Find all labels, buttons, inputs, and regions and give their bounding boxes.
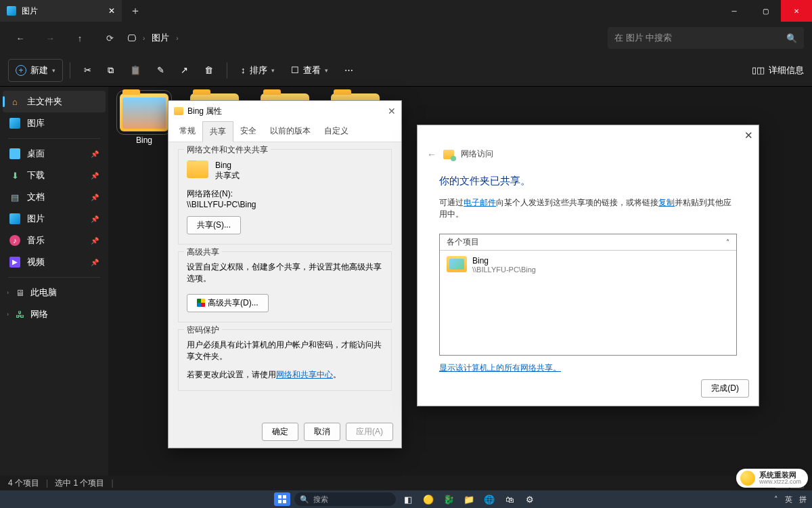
list-header-label: 各个项目 [447, 236, 479, 248]
tray-chevron-icon[interactable]: ˄ [774, 495, 778, 504]
divider: | [46, 478, 48, 488]
advanced-sharing-button[interactable]: 高级共享(D)... [187, 294, 269, 312]
pc-icon: 🖥 [14, 287, 25, 298]
cancel-button[interactable]: 取消 [304, 423, 340, 441]
close-button[interactable]: ✕ [781, 0, 812, 22]
dialog-titlebar[interactable]: ✕ [418, 125, 759, 146]
sidebar-item-downloads[interactable]: ⬇下载📌 [3, 165, 106, 186]
taskbar-edge[interactable]: 🌐 [481, 492, 497, 506]
copy-link[interactable]: 复制 [658, 198, 675, 207]
search-input[interactable]: 在 图片 中搜索 🔍 [608, 27, 804, 49]
ime-indicator[interactable]: 英 [785, 494, 792, 505]
tab-bar: 常规 共享 安全 以前的版本 自定义 [168, 121, 401, 142]
sidebar-item-home[interactable]: ⌂主文件夹 [3, 91, 106, 112]
dialog-header-title: 网络访问 [461, 148, 493, 160]
new-button[interactable]: + 新建 ▾ [8, 59, 63, 82]
list-header[interactable]: 各个项目 ˄ [440, 234, 736, 251]
sidebar-item-desktop[interactable]: 桌面📌 [3, 143, 106, 165]
pin-icon: 📌 [91, 172, 99, 179]
close-icon[interactable]: ✕ [744, 129, 753, 142]
status-bar: 4 个项目 | 选中 1 个项目 | ≡ ▦ [0, 475, 812, 490]
sidebar-item-videos[interactable]: ▶视频📌 [3, 251, 106, 273]
ime-indicator[interactable]: 拼 [799, 494, 807, 505]
sidebar-item-label: 视频 [27, 256, 45, 268]
start-button[interactable] [274, 492, 290, 506]
network-center-link[interactable]: 网络和共享中心 [276, 370, 333, 379]
maximize-button[interactable]: ▢ [750, 0, 781, 22]
refresh-button[interactable]: ⟳ [97, 26, 122, 50]
delete-button[interactable]: 🗑 [198, 59, 220, 82]
item-name: Bing [472, 256, 536, 266]
group-password-protection: 密码保护 用户必须具有此计算机的用户帐户和密码，才能访问共享文件夹。 若要更改此… [178, 329, 392, 391]
view-icon: ☐ [291, 65, 299, 75]
done-button[interactable]: 完成(D) [701, 379, 749, 398]
sidebar-item-documents[interactable]: ▤文档📌 [3, 186, 106, 208]
svg-rect-2 [278, 500, 281, 503]
taskbar-settings[interactable]: ⚙ [522, 492, 538, 506]
tab-security[interactable]: 安全 [233, 121, 263, 142]
dialog-titlebar[interactable]: Bing 属性 ✕ [168, 101, 401, 121]
forward-button[interactable]: → [38, 26, 62, 50]
group-title: 密码保护 [184, 324, 222, 336]
breadcrumb[interactable]: 🖵 › 图片 › [127, 32, 179, 44]
rename-button[interactable]: ✎ [150, 59, 171, 82]
sidebar-item-label: 音乐 [27, 234, 45, 247]
sort-button[interactable]: ↕ 排序 ▾ [234, 59, 281, 82]
taskbar-explorer[interactable]: 📁 [461, 492, 477, 506]
back-button[interactable]: ← [8, 26, 32, 50]
minimize-button[interactable]: ─ [719, 0, 750, 22]
folder-item-bing[interactable]: Bing [115, 93, 173, 145]
apply-button[interactable]: 应用(A) [346, 423, 393, 441]
chevron-up-icon: ˄ [726, 238, 729, 246]
shared-folder-status: 共享式 [187, 170, 383, 182]
video-icon: ▶ [9, 257, 20, 268]
details-pane-button[interactable]: ▯◫ 详细信息 [752, 64, 804, 77]
sidebar-item-gallery[interactable]: 图库 [3, 112, 106, 134]
breadcrumb-item[interactable]: 图片 [152, 32, 169, 44]
navigation-pane: ⌂主文件夹 图库 桌面📌 ⬇下载📌 ▤文档📌 图片📌 ♪音乐📌 ▶视频📌 ›🖥此… [0, 87, 108, 478]
copy-button[interactable]: ⧉ [101, 59, 120, 82]
taskbar-app[interactable]: 🐉 [441, 492, 457, 506]
password-info-line2: 若要更改此设置，请使用网络和共享中心。 [187, 369, 383, 381]
svg-rect-0 [278, 495, 281, 499]
taskbar-app[interactable]: 🟡 [420, 492, 436, 506]
dialog-footer: 确定 取消 应用(A) [262, 423, 393, 441]
task-view-button[interactable]: ◧ [400, 492, 416, 506]
sidebar-item-pc[interactable]: ›🖥此电脑 [3, 282, 106, 303]
sidebar-item-pictures[interactable]: 图片📌 [3, 208, 106, 230]
close-icon[interactable]: ✕ [388, 106, 396, 117]
search-label: 搜索 [313, 494, 328, 505]
share-button[interactable]: ↗ [174, 59, 195, 82]
tab-previous-versions[interactable]: 以前的版本 [263, 121, 317, 142]
tab-sharing[interactable]: 共享 [202, 121, 233, 142]
watermark-icon [740, 471, 755, 486]
more-button[interactable]: ⋯ [338, 59, 360, 82]
list-item-text: Bing \\BILLYFU-PC\Bing [472, 256, 536, 274]
email-link[interactable]: 电子邮件 [464, 198, 496, 207]
explorer-tab[interactable]: 图片 ✕ [0, 0, 122, 22]
scissors-icon: ✂ [84, 65, 91, 75]
cut-button[interactable]: ✂ [77, 59, 98, 82]
folder-icon [120, 93, 168, 131]
list-item[interactable]: Bing \\BILLYFU-PC\Bing [440, 251, 736, 279]
taskbar-search[interactable]: 🔍搜索 [294, 492, 396, 506]
divider [8, 138, 100, 139]
view-button[interactable]: ☐ 查看 ▾ [284, 59, 335, 82]
new-tab-button[interactable]: ＋ [122, 4, 149, 18]
up-button[interactable]: ↑ [68, 26, 92, 50]
tab-general[interactable]: 常规 [173, 121, 202, 142]
taskbar-store[interactable]: 🛍 [501, 492, 518, 506]
ok-button[interactable]: 确定 [262, 423, 298, 441]
paste-button[interactable]: 📋 [123, 59, 148, 82]
back-icon[interactable]: ← [427, 149, 436, 160]
dialog-body: 网络文件和文件夹共享 Bing 共享式 网络路径(N): \\BILLYFU-P… [168, 142, 401, 404]
chevron-down-icon: ▾ [271, 67, 275, 74]
tab-customize[interactable]: 自定义 [317, 121, 355, 142]
sidebar-item-music[interactable]: ♪音乐📌 [3, 230, 106, 251]
close-tab-icon[interactable]: ✕ [108, 6, 115, 16]
system-tray[interactable]: ˄ 英 拼 [774, 494, 807, 505]
sidebar-item-network[interactable]: ›🖧网络 [3, 303, 106, 325]
taskbar: 🔍搜索 ◧ 🟡 🐉 📁 🌐 🛍 ⚙ ˄ 英 拼 [0, 490, 812, 508]
share-button[interactable]: 共享(S)... [187, 216, 241, 234]
show-all-shares-link[interactable]: 显示该计算机上的所有网络共享。 [439, 362, 561, 374]
